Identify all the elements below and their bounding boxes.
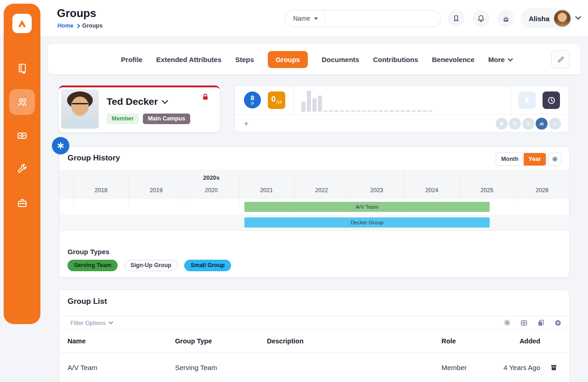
search-filter-label: Name bbox=[293, 15, 310, 22]
search-input[interactable] bbox=[325, 11, 441, 25]
coins-action-button[interactable] bbox=[522, 118, 534, 130]
copy-button[interactable] bbox=[537, 319, 545, 327]
badge-bar-top: 8 yr 0 /16 bbox=[235, 86, 568, 115]
filter-options-toggle[interactable]: Filter Options bbox=[70, 319, 113, 326]
cell-name: A/V Team bbox=[68, 364, 175, 371]
tab-more[interactable]: More bbox=[488, 56, 512, 63]
money-icon bbox=[16, 130, 28, 142]
group-types-row: Serving TeamSign-Up GroupSmall Group bbox=[68, 260, 231, 271]
sidebar-item-journal[interactable] bbox=[9, 55, 35, 81]
people-icon bbox=[16, 96, 28, 108]
key-action-button[interactable] bbox=[549, 118, 561, 130]
bell-icon bbox=[477, 14, 485, 23]
year-label: 2018 bbox=[95, 187, 107, 194]
column-header-group-type[interactable]: Group Type bbox=[175, 337, 267, 345]
tab-profile[interactable]: Profile bbox=[121, 56, 142, 63]
tab-documents[interactable]: Documents bbox=[322, 56, 359, 63]
attendance-16wk-badge: 0 /16 bbox=[268, 91, 285, 109]
archive-group-button[interactable] bbox=[540, 364, 569, 371]
breadcrumb-home-link[interactable]: Home bbox=[57, 23, 74, 29]
person-search: Name bbox=[285, 10, 441, 27]
attendance-bar bbox=[417, 110, 421, 112]
gift-action-button[interactable] bbox=[509, 118, 521, 130]
timeline-bar[interactable]: Decker Group bbox=[244, 217, 490, 228]
breadcrumb: Home Groups bbox=[57, 23, 102, 29]
user-menu[interactable]: Alisha bbox=[520, 8, 572, 29]
plus-circle-icon bbox=[554, 319, 562, 327]
column-header-description[interactable]: Description bbox=[267, 337, 441, 345]
profile-tab-bar: Profile Extended Attributes Steps Groups… bbox=[48, 44, 581, 74]
attendance-bar bbox=[395, 110, 399, 112]
year-label: 2026 bbox=[536, 187, 548, 194]
attendance-bar bbox=[379, 110, 383, 112]
year-label: 2025 bbox=[481, 187, 493, 194]
user-menu-caret-icon[interactable] bbox=[575, 14, 581, 20]
attendance-bar bbox=[356, 110, 361, 112]
year-label: 2023 bbox=[370, 187, 383, 194]
filter-options-label: Filter Options bbox=[70, 319, 106, 326]
toggle-month[interactable]: Month bbox=[496, 153, 523, 165]
history-settings-button[interactable] bbox=[548, 153, 561, 165]
sidebar-item-tools[interactable] bbox=[9, 156, 35, 182]
bar-chart-icon bbox=[539, 121, 544, 126]
era-badge: 8 yr bbox=[244, 91, 261, 108]
briefcase-icon bbox=[17, 198, 28, 209]
clock-icon bbox=[547, 96, 556, 105]
column-header-name[interactable]: Name bbox=[68, 337, 175, 345]
status-badge: Member bbox=[107, 114, 139, 124]
person-name-dropdown[interactable]: Ted Decker bbox=[107, 96, 167, 107]
column-header-added[interactable]: Added bbox=[501, 337, 540, 345]
attendance-bar bbox=[301, 102, 305, 112]
theme-toggle-button[interactable] bbox=[498, 10, 514, 27]
heart-action-button[interactable] bbox=[496, 118, 508, 130]
water-drop-icon bbox=[522, 96, 531, 105]
attendance-total: /16 bbox=[276, 100, 282, 104]
tab-contributions[interactable]: Contributions bbox=[373, 56, 418, 63]
tab-groups[interactable]: Groups bbox=[268, 51, 308, 68]
columns-button[interactable] bbox=[520, 319, 528, 327]
heart-icon bbox=[499, 121, 504, 126]
timeline-bar[interactable]: A/V Team bbox=[244, 202, 490, 212]
group-list-toolbar: Filter Options bbox=[59, 316, 569, 330]
add-badge-button[interactable]: + bbox=[244, 119, 249, 128]
caret-down-icon bbox=[314, 17, 318, 20]
gift-icon bbox=[512, 121, 518, 126]
toolbar-icons bbox=[503, 319, 562, 327]
page: Groups Home Groups Name Alisha bbox=[0, 0, 588, 382]
tab-extended-attributes[interactable]: Extended Attributes bbox=[156, 56, 221, 63]
account-protection-lock[interactable] bbox=[201, 93, 209, 103]
add-group-button[interactable] bbox=[554, 319, 562, 327]
divider bbox=[294, 86, 294, 114]
key-icon bbox=[552, 121, 558, 126]
notifications-button[interactable] bbox=[473, 10, 489, 27]
grid-settings-button[interactable] bbox=[503, 319, 511, 326]
bookmark-button[interactable] bbox=[448, 10, 464, 27]
divider bbox=[510, 86, 511, 114]
attendance-bar bbox=[362, 110, 366, 112]
sidebar-item-work[interactable] bbox=[9, 190, 35, 216]
tab-benevolence[interactable]: Benevolence bbox=[432, 56, 475, 63]
search-filter-dropdown[interactable]: Name bbox=[285, 13, 325, 24]
rock-logo[interactable] bbox=[12, 14, 32, 33]
assessment-clock-badge bbox=[543, 91, 560, 109]
tab-steps[interactable]: Steps bbox=[235, 56, 254, 63]
chart-action-button[interactable] bbox=[536, 118, 548, 130]
group-types-title: Group Types bbox=[68, 248, 109, 256]
sidebar-item-people[interactable] bbox=[9, 89, 35, 115]
breadcrumb-separator-icon bbox=[75, 23, 80, 28]
attendance-bar bbox=[329, 110, 333, 112]
toggle-year[interactable]: Year bbox=[524, 153, 546, 165]
group-history-timeline: 2020s 2018201920202021202220232024202520… bbox=[59, 170, 570, 231]
attendance-bar bbox=[368, 110, 372, 112]
attendance-bar bbox=[390, 110, 394, 112]
attendance-bar bbox=[423, 110, 427, 112]
table-row[interactable]: A/V Team Serving Team Member 4 Years Ago bbox=[59, 353, 569, 382]
sidebar-item-finance[interactable] bbox=[9, 123, 35, 148]
attendance-bar bbox=[323, 110, 328, 112]
attendance-value: 0 bbox=[271, 95, 276, 104]
column-header-role[interactable]: Role bbox=[441, 337, 501, 345]
group-history-panel: Group History Month Year 2020s 201820192… bbox=[59, 146, 570, 278]
year-label: 2022 bbox=[315, 187, 328, 194]
year-label: 2020 bbox=[205, 187, 218, 194]
edit-person-button[interactable] bbox=[551, 50, 570, 68]
